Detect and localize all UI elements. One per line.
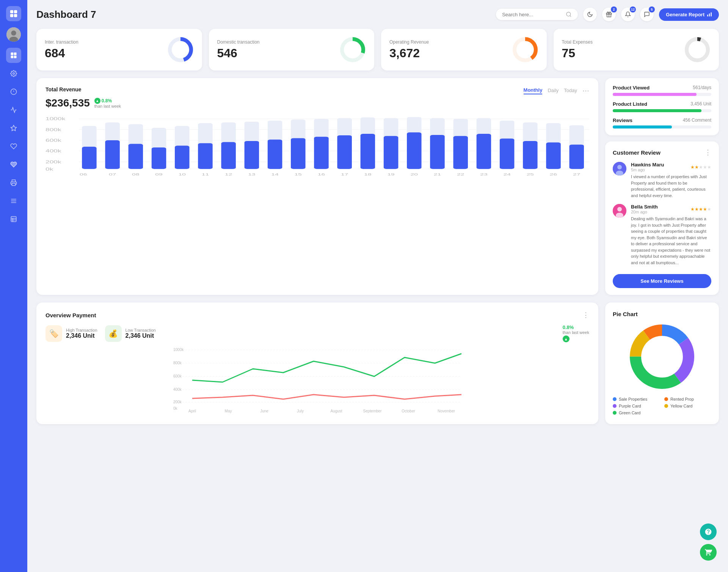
svg-text:November: November	[438, 409, 455, 413]
svg-rect-10	[14, 56, 17, 58]
generate-report-button[interactable]: Generate Report	[659, 8, 719, 21]
payment-change-label: than last week	[563, 330, 589, 335]
high-transaction-value: 2,346 Unit	[66, 332, 97, 339]
sidebar-item-favorites[interactable]	[6, 121, 21, 136]
metric-name-1: Product Listed	[613, 101, 647, 107]
revenue-label: Total Revenue	[46, 86, 82, 92]
svg-text:June: June	[260, 409, 268, 413]
revenue-change-pct: ▲ 0.8%	[94, 98, 121, 104]
stat-card-label-0: Inter. transaction	[45, 39, 78, 45]
svg-rect-16	[12, 183, 16, 186]
sidebar-item-dashboard[interactable]	[6, 48, 21, 63]
stat-cards-row: Inter. transaction 684 Domestic transact…	[36, 29, 719, 71]
svg-text:October: October	[402, 409, 415, 413]
sidebar-item-menu[interactable]	[6, 193, 21, 208]
review-content-0: Hawkins Maru 5m ago ★★★★★ I viewed a num…	[631, 162, 711, 199]
sidebar-item-analytics[interactable]	[6, 102, 21, 118]
tab-today[interactable]: Today	[564, 88, 577, 94]
svg-rect-88	[500, 138, 514, 169]
payment-dots-menu[interactable]: ⋮	[582, 311, 589, 319]
svg-rect-68	[268, 139, 282, 169]
support-fab[interactable]	[700, 523, 717, 540]
svg-rect-70	[291, 138, 305, 169]
legend-yellow-card: Yellow Card	[664, 404, 711, 408]
sidebar-item-print[interactable]	[6, 175, 21, 190]
search-box[interactable]	[496, 9, 578, 20]
svg-text:September: September	[363, 409, 382, 413]
svg-rect-2	[10, 14, 13, 17]
payment-change-pct: 0.8%	[563, 324, 589, 330]
svg-rect-66	[245, 141, 259, 169]
stat-card-value-0: 684	[45, 46, 78, 60]
fab-container	[700, 523, 717, 561]
chat-icon	[644, 11, 650, 17]
svg-rect-9	[11, 56, 14, 58]
svg-text:21: 21	[434, 172, 441, 176]
svg-point-11	[13, 73, 15, 75]
sidebar-item-settings[interactable]	[6, 66, 21, 81]
svg-rect-52	[82, 147, 96, 169]
svg-text:19: 19	[387, 172, 395, 176]
tab-daily[interactable]: Daily	[548, 88, 559, 94]
svg-rect-0	[10, 10, 13, 13]
sidebar-item-dark-heart[interactable]	[6, 157, 21, 172]
revenue-dots-menu[interactable]: ⋯	[582, 86, 589, 95]
cart-fab[interactable]	[700, 544, 717, 561]
svg-text:April: April	[188, 409, 196, 413]
stat-card-label-2: Operating Revenue	[389, 39, 429, 45]
header-right: 2 12 5 Generate Report	[496, 8, 719, 21]
theme-toggle-btn[interactable]	[583, 8, 597, 21]
svg-text:1000k: 1000k	[173, 348, 184, 352]
svg-text:07: 07	[109, 172, 116, 176]
see-more-reviews-button[interactable]: See More Reviews	[613, 274, 711, 288]
sidebar-logo[interactable]	[6, 6, 21, 21]
svg-rect-74	[337, 135, 351, 169]
svg-point-37	[687, 39, 708, 60]
sidebar-item-list[interactable]	[6, 212, 21, 227]
high-transaction-label: High Transaction	[66, 328, 97, 332]
search-input[interactable]	[502, 12, 563, 17]
gift-icon	[606, 11, 612, 17]
svg-text:July: July	[297, 409, 304, 413]
user-avatar[interactable]	[6, 27, 21, 42]
svg-text:0k: 0k	[173, 406, 178, 411]
metric-product-listed: Product Listed 3,456 Unit	[613, 101, 711, 112]
gift-badge: 2	[611, 6, 617, 13]
svg-text:09: 09	[155, 172, 163, 176]
chat-btn[interactable]: 5	[640, 8, 654, 21]
payment-stats: 🏷️ High Transaction 2,346 Unit 💰 Low Tra…	[46, 324, 589, 342]
svg-rect-8	[14, 53, 17, 55]
low-transaction-value: 2,346 Unit	[126, 332, 156, 339]
svg-point-5	[11, 31, 16, 36]
revenue-tabs: Monthly Daily Today ⋯	[524, 86, 589, 95]
reviews-dots-menu[interactable]: ⋮	[704, 148, 711, 157]
tab-monthly[interactable]: Monthly	[524, 87, 543, 94]
sidebar-item-info[interactable]	[6, 84, 21, 99]
bell-btn[interactable]: 12	[621, 8, 635, 21]
legend-dot-purple	[613, 404, 617, 408]
high-transaction-icon: 🏷️	[46, 325, 62, 342]
svg-text:24: 24	[503, 172, 511, 176]
svg-text:400k: 400k	[173, 387, 182, 392]
payment-title: Overview Payment	[46, 312, 96, 318]
svg-point-24	[566, 12, 571, 16]
stat-card-label-3: Total Expenses	[562, 39, 593, 45]
review-name-1: Bella Smith	[631, 204, 658, 210]
bell-icon	[625, 11, 631, 17]
header: Dashboard 7 2 12 5 Generate Repo	[36, 8, 719, 21]
chat-badge: 5	[649, 6, 655, 13]
metric-value-1: 3,456 Unit	[690, 101, 711, 107]
svg-text:10: 10	[179, 172, 186, 176]
stat-card-value-1: 546	[217, 46, 260, 60]
metric-name-0: Product Viewed	[613, 85, 650, 91]
review-name-0: Hawkins Maru	[631, 162, 664, 168]
review-stars-0: ★★★★★	[690, 165, 711, 170]
svg-text:26: 26	[550, 172, 557, 176]
legend-label-rented: Rented Prop	[670, 397, 694, 401]
svg-rect-78	[384, 136, 398, 169]
svg-rect-60	[175, 146, 189, 169]
legend-label-sale: Sale Properties	[619, 397, 647, 401]
svg-rect-72	[314, 137, 328, 169]
gift-btn[interactable]: 2	[602, 8, 616, 21]
sidebar-item-heart[interactable]	[6, 139, 21, 154]
